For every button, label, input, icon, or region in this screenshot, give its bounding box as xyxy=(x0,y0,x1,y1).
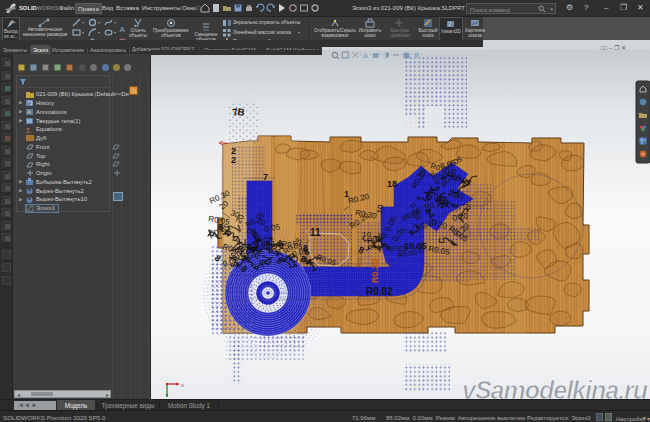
svg-text:18: 18 xyxy=(387,179,397,189)
svg-text:11: 11 xyxy=(310,227,321,238)
svg-text:7: 7 xyxy=(263,172,268,182)
svg-text:A: A xyxy=(27,109,31,115)
svg-text:R0.2: R0.2 xyxy=(355,251,364,268)
svg-text:B: B xyxy=(237,106,246,118)
svg-text:R0.02: R0.02 xyxy=(366,286,393,297)
svg-text:2: 2 xyxy=(231,155,236,165)
svg-text:x: x xyxy=(181,382,184,388)
svg-text:Σ: Σ xyxy=(26,127,31,134)
svg-text:vSamodelkina.ru: vSamodelkina.ru xyxy=(462,376,648,399)
svg-text:R0.20: R0.20 xyxy=(370,259,380,283)
